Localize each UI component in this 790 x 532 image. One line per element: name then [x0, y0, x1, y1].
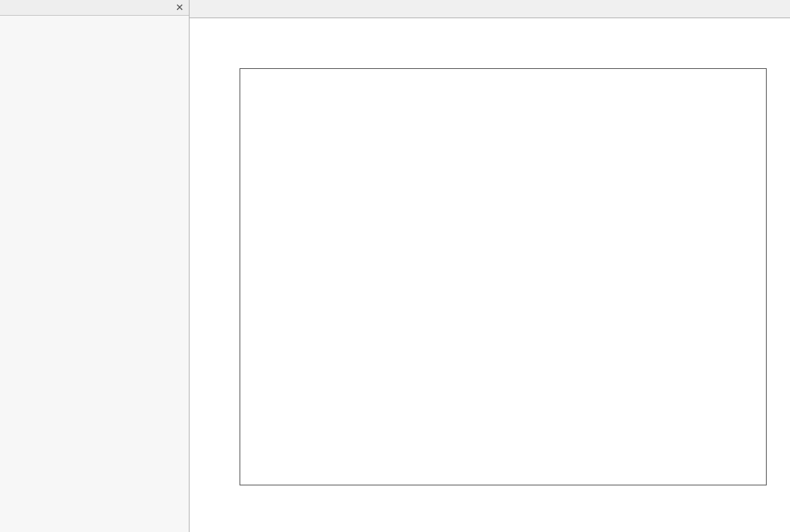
project-tree[interactable] [0, 16, 189, 532]
sheet-area [215, 43, 773, 524]
project-browser-panel: ✕ [0, 0, 190, 532]
drawing-canvas[interactable] [190, 18, 790, 532]
close-icon[interactable]: ✕ [175, 2, 184, 13]
view-tabbar [190, 0, 790, 18]
floor-plan-svg [215, 43, 773, 517]
panel-header: ✕ [0, 0, 189, 16]
main-area [190, 0, 790, 532]
